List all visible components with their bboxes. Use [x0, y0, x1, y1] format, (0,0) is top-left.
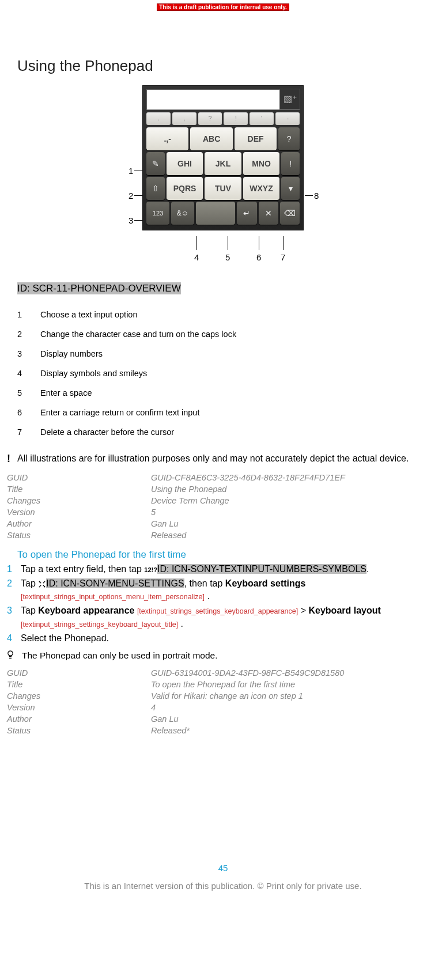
legend-num: 4 [17, 369, 25, 378]
shift-icon: ⇧ [146, 177, 165, 200]
legend-num: 5 [17, 388, 25, 398]
svg-point-0 [39, 581, 40, 582]
meta-label: GUID [7, 472, 151, 483]
hint-key: . [146, 112, 171, 125]
callout-6: 6 [256, 252, 261, 262]
legend-text: Change the character case and turn on th… [40, 330, 236, 339]
legend-text: Delete a character before the cursor [40, 427, 174, 437]
callout-1: 1 [128, 166, 133, 176]
page-title: Using the Phonepad [17, 57, 429, 75]
legend-list: 1Choose a text input option 2Change the … [17, 305, 429, 442]
warning-text: All illustrations are for illustration p… [17, 453, 409, 464]
meta-label: Author [7, 713, 151, 725]
warning-note: ! All illustrations are for illustration… [7, 453, 429, 464]
key: MNO [243, 152, 280, 175]
text-field: ▧⁺ [146, 89, 300, 110]
meta-label: Title [7, 483, 151, 495]
string-ref: [textinput_strings_settings_keyboard_lay… [21, 620, 178, 629]
key: WXYZ [243, 177, 280, 200]
step-num: 4 [7, 632, 15, 645]
tools-icon: ✕ [259, 202, 278, 225]
step-body: Select the Phonepad. [21, 632, 429, 645]
tip-note: The Phonepad can only be used in portrai… [7, 650, 429, 661]
svg-point-1 [44, 586, 46, 587]
meta-value: Released* [151, 725, 429, 736]
numbers-symbols-icon: 12!? [144, 566, 157, 573]
key: TUV [205, 177, 241, 200]
sub-heading: To open the Phonepad for the first time [17, 549, 429, 561]
step-body: Tap Keyboard appearance [textinput_strin… [21, 604, 429, 631]
footer-note: This is an Internet version of this publ… [0, 881, 446, 891]
meta-value: Gan Lu [151, 518, 429, 529]
step-num: 1 [7, 563, 15, 576]
legend-text: Choose a text input option [40, 310, 137, 319]
key: DEF [235, 127, 277, 150]
meta-label: GUID [7, 667, 151, 679]
symbols-key: &☺ [171, 202, 194, 225]
page-number: 45 [0, 863, 446, 873]
svg-rect-3 [9, 656, 12, 657]
phonepad-figure: 1 2 3 8 4 5 6 7 ▧⁺ . , [17, 85, 429, 277]
meta-value: To open the Phonepad for the first time [151, 679, 429, 690]
step-body: Tap a text entry field, then tap 12!?ID:… [21, 563, 429, 576]
meta-value: Using the Phonepad [151, 483, 429, 495]
svg-point-2 [8, 651, 13, 656]
callout-5: 5 [225, 252, 230, 262]
metadata-table-1: GUIDGUID-CF8AE6C3-3225-46D4-8632-18F2F4F… [7, 472, 429, 541]
meta-value: Released [151, 529, 429, 541]
legend-num: 6 [17, 408, 25, 417]
meta-label: Status [7, 529, 151, 541]
pencil-icon: ✎ [146, 152, 165, 175]
hint-key: - [275, 112, 300, 125]
key: ABC [190, 127, 232, 150]
meta-label: Changes [7, 690, 151, 702]
meta-value: Valid for Hikari: change an icon on step… [151, 690, 429, 702]
meta-label: Status [7, 725, 151, 736]
inline-asset-id: ID: ICN-SONY-MENU-SETTINGS [46, 578, 184, 588]
tip-text: The Phonepad can only be used in portrai… [22, 650, 218, 661]
legend-text: Enter a space [40, 388, 92, 398]
draft-banner-text: This is a draft publication for internal… [157, 3, 289, 11]
tip-icon [7, 650, 14, 661]
step-num: 2 [7, 577, 15, 603]
space-key [196, 202, 235, 225]
meta-label: Changes [7, 495, 151, 506]
callout-2: 2 [128, 191, 133, 200]
step-num: 3 [7, 604, 15, 631]
image-picker-icon: ▧⁺ [279, 89, 300, 109]
asset-id: ID: SCR-11-PHONEPAD-OVERVIEW [17, 282, 181, 294]
hint-key: , [172, 112, 196, 125]
steps-list: 1 Tap a text entry field, then tap 12!?I… [7, 563, 429, 645]
key: GHI [167, 152, 203, 175]
key: ! [281, 152, 300, 175]
meta-label: Version [7, 702, 151, 713]
draft-banner: This is a draft publication for internal… [0, 0, 446, 11]
numbers-key: 123 [146, 202, 169, 225]
legend-num: 3 [17, 349, 25, 358]
return-key: ↵ [237, 202, 256, 225]
key: ? [278, 127, 300, 150]
legend-num: 1 [17, 310, 25, 319]
legend-num: 7 [17, 427, 25, 437]
page-footer: 45 This is an Internet version of this p… [0, 863, 446, 891]
string-ref: [textinput_strings_input_options_menu_it… [21, 593, 205, 601]
meta-value: GUID-CF8AE6C3-3225-46D4-8632-18F2F4FD71E… [151, 472, 429, 483]
inline-asset-id: ID: ICN-SONY-TEXTINPUT-NUMBERS-SYMBOLS [157, 564, 366, 574]
backspace-icon: ⌫ [280, 202, 300, 225]
phonepad-image: ▧⁺ . , ? ! ' - .,- ABC DEF ? ✎ [142, 85, 304, 230]
hint-key: ! [224, 112, 248, 125]
callout-3: 3 [128, 215, 133, 225]
legend-text: Display numbers [40, 349, 103, 358]
legend-num: 2 [17, 330, 25, 339]
legend-text: Display symbols and smileys [40, 369, 147, 378]
metadata-table-2: GUIDGUID-63194001-9DA2-43FD-98FC-B549C9D… [7, 667, 429, 736]
meta-value: Gan Lu [151, 713, 429, 725]
key: JKL [205, 152, 241, 175]
step-body: Tap ID: ICN-SONY-MENU-SETTINGS, then tap… [21, 577, 429, 603]
meta-value: GUID-63194001-9DA2-43FD-98FC-B549C9D8158… [151, 667, 429, 679]
down-icon: ▾ [281, 177, 300, 200]
meta-label: Author [7, 518, 151, 529]
meta-value: Device Term Change [151, 495, 429, 506]
hint-key: ? [198, 112, 222, 125]
meta-label: Title [7, 679, 151, 690]
